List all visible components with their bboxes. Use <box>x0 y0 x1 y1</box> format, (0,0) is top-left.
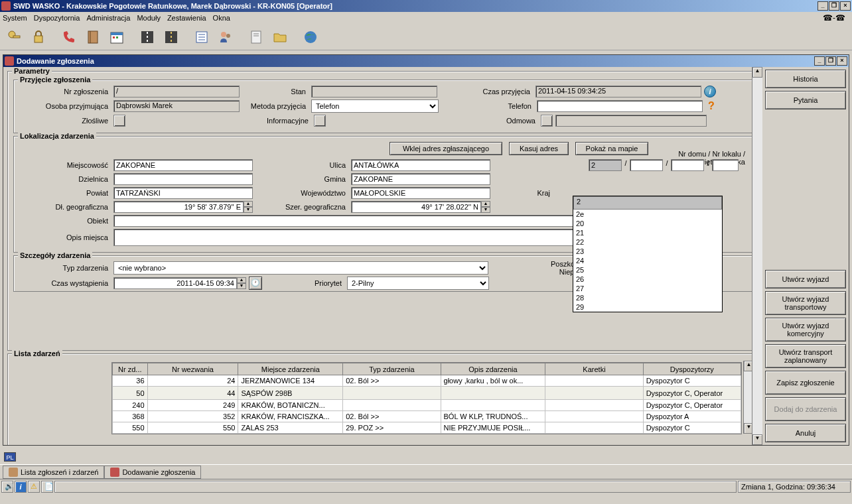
mdi-close-button[interactable]: × <box>837 56 847 66</box>
th-miejsce[interactable]: Miejsce zdarzenia <box>238 363 343 375</box>
tool-lock-icon[interactable] <box>28 27 49 48</box>
form-scrollbar[interactable]: ▲ ▼ <box>752 67 762 445</box>
utworz-wyjazd-button[interactable]: Utwórz wyjazd <box>765 270 846 288</box>
menu-okna[interactable]: Okna <box>213 14 230 22</box>
utworz-transport-button[interactable]: Utwórz transport zaplanowany <box>765 344 846 368</box>
info-icon[interactable]: i <box>704 86 716 97</box>
mdi-restore-button[interactable]: ❐ <box>825 56 836 66</box>
informacyjne-checkbox[interactable] <box>314 115 326 127</box>
tool-road-icon[interactable] <box>137 27 158 48</box>
table-row[interactable]: 368352KRAKÓW, FRANCISZKA...02. Ból >>BÓL… <box>113 411 741 422</box>
menu-moduly[interactable]: Moduły <box>137 14 160 22</box>
dropdown-item[interactable]: 22 <box>573 237 722 247</box>
priorytet-select[interactable]: 2-Pilny <box>347 277 489 290</box>
szgeo-input[interactable] <box>351 201 481 213</box>
klatka-input[interactable] <box>712 159 739 171</box>
dlgeo-up-button[interactable]: ▲ <box>244 201 253 207</box>
nrlokalu-input[interactable] <box>630 159 663 171</box>
dropdown-item[interactable]: 24 <box>573 256 722 265</box>
dropdown-item[interactable]: 25 <box>573 265 722 275</box>
restore-button[interactable]: ❐ <box>829 1 839 11</box>
th-opis[interactable]: Opis zdarzenia <box>441 363 545 375</box>
miejscowosc-input[interactable] <box>113 159 253 171</box>
tool-notebook-icon[interactable] <box>82 27 104 48</box>
historia-button[interactable]: Historia <box>765 70 846 88</box>
nrdomu-input[interactable] <box>589 159 622 171</box>
status-doc-icon[interactable]: 📄 <box>41 481 53 493</box>
dropdown-item[interactable]: 29 <box>573 302 722 312</box>
tab-lista[interactable]: Lista zgłoszeń i zdarzeń <box>3 466 104 479</box>
tool-phone-icon[interactable] <box>58 27 80 48</box>
table-row[interactable]: 5044SĄSPÓW 298BDyspozytor C, Operator <box>113 387 741 400</box>
anuluj-button[interactable]: Anuluj <box>765 424 846 442</box>
pietro-input[interactable] <box>671 159 704 171</box>
tool-key1-icon[interactable] <box>4 27 25 48</box>
opis-miejsca-input[interactable] <box>113 229 578 246</box>
odmowa-checkbox[interactable] <box>541 115 553 127</box>
woj-input[interactable] <box>351 187 490 199</box>
tool-globe-icon[interactable] <box>300 27 321 48</box>
ulica-input[interactable] <box>351 159 490 171</box>
dropdown-item[interactable]: 23 <box>573 247 722 256</box>
gmina-input[interactable] <box>351 173 490 185</box>
tool-report-icon[interactable] <box>246 27 267 48</box>
th-dysp[interactable]: Dyspozytorzy <box>643 363 741 375</box>
menu-system[interactable]: System <box>3 14 27 22</box>
wklej-adres-button[interactable]: Wklej adres zgłaszającego <box>390 142 502 155</box>
status-sound-icon[interactable]: 🔊 <box>1 481 13 493</box>
utworz-wyjazd-trans-button[interactable]: Utwórz wyjazd transportowy <box>765 291 846 315</box>
close-button[interactable]: × <box>840 1 851 11</box>
czas-up-button[interactable]: ▲ <box>237 277 246 283</box>
menu-zestawienia[interactable]: Zestawienia <box>167 14 206 22</box>
powiat-input[interactable] <box>113 187 253 199</box>
nrdomu-dropdown[interactable]: 2 2e 20 21 22 23 24 25 26 27 28 29 <box>573 196 723 312</box>
zapisz-button[interactable]: Zapisz zgłoszenie <box>765 371 846 395</box>
language-indicator[interactable]: PL <box>4 452 16 462</box>
dropdown-item[interactable]: 28 <box>573 293 722 302</box>
form-scroll-down-button[interactable]: ▼ <box>752 434 762 445</box>
clock-button[interactable]: 🕐 <box>249 277 262 290</box>
help-icon[interactable]: ? <box>705 100 717 112</box>
dropdown-item[interactable]: 2e <box>573 210 722 219</box>
kasuj-adres-button[interactable]: Kasuj adres <box>509 142 569 155</box>
utworz-wyjazd-kom-button[interactable]: Utwórz wyjazd komercyjny <box>765 318 846 342</box>
dzielnica-input[interactable] <box>113 173 253 185</box>
th-wezwania[interactable]: Nr wezwania <box>147 363 238 375</box>
th-karetki[interactable]: Karetki <box>545 363 643 375</box>
th-typ[interactable]: Typ zdarzenia <box>343 363 441 375</box>
menu-dyspozytornia[interactable]: Dyspozytornia <box>34 14 80 22</box>
tool-list-icon[interactable] <box>191 27 212 48</box>
dropdown-item[interactable]: 20 <box>573 219 722 228</box>
status-warn-icon[interactable]: ⚠ <box>28 481 40 493</box>
typ-zdarzenia-select[interactable]: <nie wybrano> <box>113 261 488 275</box>
szgeo-down-button[interactable]: ▼ <box>481 207 490 213</box>
tool-users-icon[interactable] <box>215 27 236 48</box>
pokaz-mapa-button[interactable]: Pokaż na mapie <box>575 142 648 155</box>
czas-wystapienia-input[interactable] <box>113 277 237 289</box>
czas-down-button[interactable]: ▼ <box>237 283 246 289</box>
dropdown-item[interactable]: 27 <box>573 284 722 293</box>
minimize-button[interactable]: _ <box>817 1 828 11</box>
zlosliwe-checkbox[interactable] <box>113 115 125 127</box>
table-row[interactable]: 3624JERZMANOWICE 13402. Ból >>głowy ,kar… <box>113 375 741 387</box>
tool-calendar-icon[interactable] <box>106 27 127 48</box>
tool-folder-icon[interactable] <box>269 27 291 48</box>
dropdown-item[interactable]: 2 <box>573 196 722 210</box>
table-row[interactable]: 240249KRAKÓW, BOTANICZN...Dyspozytor C, … <box>113 400 741 411</box>
status-info-icon[interactable]: i <box>15 481 27 493</box>
szgeo-up-button[interactable]: ▲ <box>481 201 490 207</box>
th-nrzd[interactable]: Nr zd... <box>113 363 148 375</box>
form-scroll-up-button[interactable]: ▲ <box>752 67 762 78</box>
dlgeo-input[interactable] <box>113 201 244 213</box>
table-row[interactable]: 550550ZALAS 25329. POZ >>NIE PRZYJMUJE P… <box>113 422 741 434</box>
telefon-input[interactable] <box>537 100 703 112</box>
tab-dodawanie[interactable]: Dodawanie zgłoszenia <box>104 466 201 479</box>
dropdown-item[interactable]: 21 <box>573 228 722 237</box>
menu-administracja[interactable]: Administracja <box>86 14 130 22</box>
phone-indicator-icon[interactable]: ☎-☎ <box>823 13 845 23</box>
tool-road2-icon[interactable] <box>161 27 182 48</box>
dlgeo-down-button[interactable]: ▼ <box>244 207 253 213</box>
metoda-select[interactable]: Telefon <box>311 99 439 113</box>
obiekt-input[interactable] <box>113 215 578 227</box>
pytania-button[interactable]: Pytania <box>765 91 846 109</box>
